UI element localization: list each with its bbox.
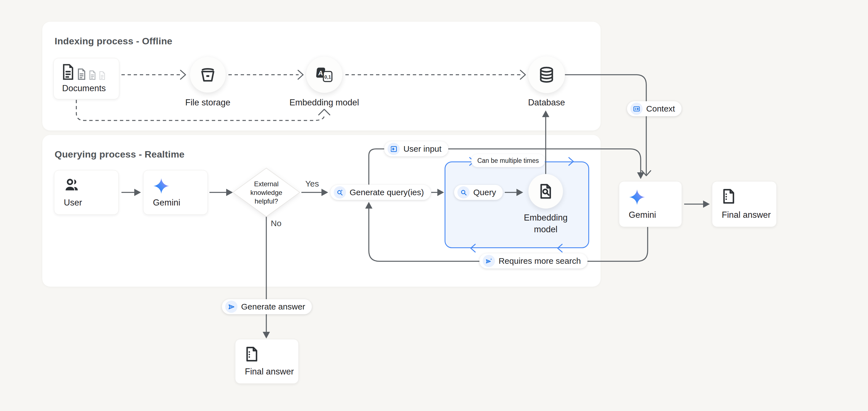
querying-panel-title: Querying process - Realtime [55,149,184,160]
svg-text:A: A [318,69,323,77]
final-answer-bottom-label: Final answer [245,367,294,377]
final-answer-icon [722,189,736,205]
user-input-badge: User input [384,141,448,156]
context-badge-label: Context [646,104,675,114]
no-label: No [271,218,281,228]
user-node: User [54,170,119,215]
decision-node: External knowledge helpful? [230,166,303,219]
loop-embedding-model-label: Embedding model [519,212,572,235]
document-search-icon [537,183,554,200]
database-node [528,56,565,93]
generate-queries-label: Generate query(ies) [350,188,424,197]
decision-text: External knowledge helpful? [230,166,303,219]
can-be-multiple-times-label: Can be multiple times [471,154,545,167]
gemini-final-node: Gemini [619,181,682,227]
file-storage-label: File storage [166,97,250,108]
gemini-label: Gemini [153,198,180,208]
context-badge: Context [627,101,682,116]
requires-more-search-badge: Requires more search [479,254,588,268]
final-answer-bottom-node: Final answer [235,339,299,384]
yes-label: Yes [305,179,319,188]
query-badge: Query [454,185,503,200]
final-answer-right-node: Final answer [712,181,777,227]
gemini-final-label: Gemini [629,210,656,220]
query-badge-label: Query [473,188,496,197]
user-icon [64,178,80,193]
generate-answer-badge: Generate answer [222,299,312,314]
file-storage-node [190,57,226,93]
svg-text:0,1: 0,1 [324,75,331,80]
chevron-arrowheads [642,171,651,176]
documents-icon [62,64,105,80]
embedding-model-label: Embedding model [269,97,380,108]
user-input-icon [388,143,400,155]
generate-queries-badge: Generate query(ies) [330,185,431,200]
bucket-icon [199,66,216,83]
gemini-node: Gemini [143,170,208,215]
search-icon [457,186,470,199]
gemini-icon [153,178,169,196]
embedding-model-node: A 0,1 [306,57,342,93]
user-input-badge-label: User input [403,144,441,154]
documents-node: Documents [54,58,119,99]
documents-label: Documents [62,83,106,93]
final-answer-right-label: Final answer [722,210,771,220]
final-answer-icon [245,347,259,363]
search-spark-icon [334,186,346,199]
send-spark-icon [483,255,495,267]
requires-more-search-label: Requires more search [499,256,581,266]
indexing-panel-title: Indexing process - Offline [55,36,173,47]
loop-embedding-model-node [528,174,563,209]
user-label: User [64,198,82,208]
context-icon [630,102,643,115]
generate-answer-label: Generate answer [241,302,305,312]
embedding-model-icon: A 0,1 [314,66,334,83]
send-icon [225,301,237,313]
gemini-icon [629,189,645,207]
database-label: Database [505,97,588,108]
database-icon [538,66,555,83]
rag-architecture-diagram: Indexing process - Offline Querying proc… [0,0,868,411]
